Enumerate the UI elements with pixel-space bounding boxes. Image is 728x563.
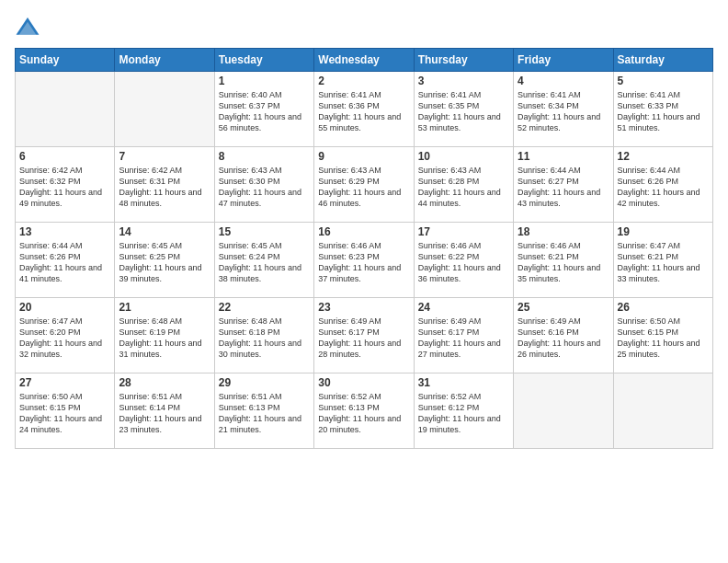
calendar-cell — [613, 373, 712, 449]
day-number: 26 — [618, 301, 709, 314]
calendar-cell: 31Sunrise: 6:52 AM Sunset: 6:12 PM Dayli… — [414, 373, 513, 449]
day-info: Sunrise: 6:41 AM Sunset: 6:35 PM Dayligh… — [418, 89, 509, 134]
calendar-cell: 6Sunrise: 6:42 AM Sunset: 6:32 PM Daylig… — [16, 147, 115, 223]
day-number: 14 — [119, 225, 210, 238]
day-number: 6 — [19, 150, 110, 163]
calendar-cell: 14Sunrise: 6:45 AM Sunset: 6:25 PM Dayli… — [115, 223, 214, 298]
day-header-saturday: Saturday — [613, 49, 712, 72]
day-info: Sunrise: 6:47 AM Sunset: 6:20 PM Dayligh… — [19, 316, 110, 361]
calendar-cell: 7Sunrise: 6:42 AM Sunset: 6:31 PM Daylig… — [115, 147, 214, 223]
day-number: 23 — [318, 301, 409, 314]
calendar-cell: 28Sunrise: 6:51 AM Sunset: 6:14 PM Dayli… — [115, 373, 214, 449]
calendar-cell — [514, 373, 613, 449]
day-number: 10 — [418, 150, 509, 163]
calendar-cell: 29Sunrise: 6:51 AM Sunset: 6:13 PM Dayli… — [214, 373, 313, 449]
calendar-cell: 9Sunrise: 6:43 AM Sunset: 6:29 PM Daylig… — [314, 147, 414, 223]
day-info: Sunrise: 6:43 AM Sunset: 6:28 PM Dayligh… — [418, 165, 509, 210]
day-number: 15 — [219, 225, 310, 238]
calendar-cell: 1Sunrise: 6:40 AM Sunset: 6:37 PM Daylig… — [214, 72, 313, 147]
calendar-cell: 2Sunrise: 6:41 AM Sunset: 6:36 PM Daylig… — [314, 72, 414, 147]
day-header-wednesday: Wednesday — [314, 49, 414, 72]
calendar-cell — [115, 72, 214, 147]
day-number: 1 — [219, 75, 310, 87]
day-info: Sunrise: 6:40 AM Sunset: 6:37 PM Dayligh… — [219, 89, 310, 134]
day-number: 9 — [318, 150, 409, 163]
calendar-week-row: 6Sunrise: 6:42 AM Sunset: 6:32 PM Daylig… — [16, 147, 713, 223]
page-header — [15, 15, 713, 40]
calendar-cell: 19Sunrise: 6:47 AM Sunset: 6:21 PM Dayli… — [613, 223, 712, 298]
logo — [15, 15, 44, 40]
day-info: Sunrise: 6:41 AM Sunset: 6:33 PM Dayligh… — [618, 89, 709, 134]
day-number: 20 — [19, 301, 110, 314]
calendar-week-row: 1Sunrise: 6:40 AM Sunset: 6:37 PM Daylig… — [16, 72, 713, 147]
day-info: Sunrise: 6:50 AM Sunset: 6:15 PM Dayligh… — [618, 316, 709, 361]
day-info: Sunrise: 6:44 AM Sunset: 6:27 PM Dayligh… — [518, 165, 609, 210]
day-info: Sunrise: 6:45 AM Sunset: 6:24 PM Dayligh… — [219, 240, 310, 285]
day-info: Sunrise: 6:43 AM Sunset: 6:30 PM Dayligh… — [219, 165, 310, 210]
calendar-cell: 25Sunrise: 6:49 AM Sunset: 6:16 PM Dayli… — [514, 298, 613, 373]
calendar-table: SundayMondayTuesdayWednesdayThursdayFrid… — [15, 48, 713, 449]
day-info: Sunrise: 6:43 AM Sunset: 6:29 PM Dayligh… — [318, 165, 409, 210]
calendar-cell: 8Sunrise: 6:43 AM Sunset: 6:30 PM Daylig… — [214, 147, 313, 223]
day-info: Sunrise: 6:46 AM Sunset: 6:21 PM Dayligh… — [518, 240, 609, 285]
day-number: 3 — [418, 75, 509, 87]
calendar-header-row: SundayMondayTuesdayWednesdayThursdayFrid… — [16, 49, 713, 72]
calendar-cell: 26Sunrise: 6:50 AM Sunset: 6:15 PM Dayli… — [613, 298, 712, 373]
calendar-week-row: 20Sunrise: 6:47 AM Sunset: 6:20 PM Dayli… — [16, 298, 713, 373]
day-number: 19 — [618, 225, 709, 238]
calendar-body: 1Sunrise: 6:40 AM Sunset: 6:37 PM Daylig… — [16, 72, 713, 449]
day-info: Sunrise: 6:49 AM Sunset: 6:16 PM Dayligh… — [518, 316, 609, 361]
day-info: Sunrise: 6:46 AM Sunset: 6:22 PM Dayligh… — [418, 240, 509, 285]
day-info: Sunrise: 6:51 AM Sunset: 6:14 PM Dayligh… — [119, 391, 210, 436]
day-number: 11 — [518, 150, 609, 163]
day-info: Sunrise: 6:42 AM Sunset: 6:31 PM Dayligh… — [119, 165, 210, 210]
calendar-cell: 16Sunrise: 6:46 AM Sunset: 6:23 PM Dayli… — [314, 223, 414, 298]
day-number: 4 — [518, 75, 609, 87]
calendar-cell: 23Sunrise: 6:49 AM Sunset: 6:17 PM Dayli… — [314, 298, 414, 373]
day-number: 12 — [618, 150, 709, 163]
day-number: 18 — [518, 225, 609, 238]
day-number: 21 — [119, 301, 210, 314]
day-number: 27 — [19, 376, 110, 389]
day-info: Sunrise: 6:52 AM Sunset: 6:12 PM Dayligh… — [418, 391, 509, 436]
day-info: Sunrise: 6:47 AM Sunset: 6:21 PM Dayligh… — [618, 240, 709, 285]
calendar-cell: 11Sunrise: 6:44 AM Sunset: 6:27 PM Dayli… — [514, 147, 613, 223]
calendar-cell — [16, 72, 115, 147]
day-header-monday: Monday — [115, 49, 214, 72]
calendar-week-row: 27Sunrise: 6:50 AM Sunset: 6:15 PM Dayli… — [16, 373, 713, 449]
day-header-tuesday: Tuesday — [214, 49, 313, 72]
calendar-cell: 10Sunrise: 6:43 AM Sunset: 6:28 PM Dayli… — [414, 147, 513, 223]
day-info: Sunrise: 6:52 AM Sunset: 6:13 PM Dayligh… — [318, 391, 409, 436]
calendar-cell: 24Sunrise: 6:49 AM Sunset: 6:17 PM Dayli… — [414, 298, 513, 373]
day-info: Sunrise: 6:45 AM Sunset: 6:25 PM Dayligh… — [119, 240, 210, 285]
day-number: 2 — [318, 75, 409, 87]
logo-icon — [15, 15, 40, 40]
calendar-cell: 5Sunrise: 6:41 AM Sunset: 6:33 PM Daylig… — [613, 72, 712, 147]
day-number: 16 — [318, 225, 409, 238]
day-number: 24 — [418, 301, 509, 314]
day-info: Sunrise: 6:48 AM Sunset: 6:18 PM Dayligh… — [219, 316, 310, 361]
day-header-sunday: Sunday — [16, 49, 115, 72]
day-info: Sunrise: 6:44 AM Sunset: 6:26 PM Dayligh… — [618, 165, 709, 210]
calendar-week-row: 13Sunrise: 6:44 AM Sunset: 6:26 PM Dayli… — [16, 223, 713, 298]
calendar-cell: 12Sunrise: 6:44 AM Sunset: 6:26 PM Dayli… — [613, 147, 712, 223]
day-number: 31 — [418, 376, 509, 389]
calendar-cell: 17Sunrise: 6:46 AM Sunset: 6:22 PM Dayli… — [414, 223, 513, 298]
day-number: 28 — [119, 376, 210, 389]
calendar-cell: 30Sunrise: 6:52 AM Sunset: 6:13 PM Dayli… — [314, 373, 414, 449]
day-number: 13 — [19, 225, 110, 238]
calendar-cell: 3Sunrise: 6:41 AM Sunset: 6:35 PM Daylig… — [414, 72, 513, 147]
day-header-thursday: Thursday — [414, 49, 513, 72]
calendar-cell: 20Sunrise: 6:47 AM Sunset: 6:20 PM Dayli… — [16, 298, 115, 373]
day-info: Sunrise: 6:50 AM Sunset: 6:15 PM Dayligh… — [19, 391, 110, 436]
day-number: 30 — [318, 376, 409, 389]
day-info: Sunrise: 6:41 AM Sunset: 6:34 PM Dayligh… — [518, 89, 609, 134]
calendar-cell: 21Sunrise: 6:48 AM Sunset: 6:19 PM Dayli… — [115, 298, 214, 373]
day-info: Sunrise: 6:44 AM Sunset: 6:26 PM Dayligh… — [19, 240, 110, 285]
day-number: 7 — [119, 150, 210, 163]
calendar-cell: 4Sunrise: 6:41 AM Sunset: 6:34 PM Daylig… — [514, 72, 613, 147]
day-number: 22 — [219, 301, 310, 314]
day-number: 5 — [618, 75, 709, 87]
day-number: 25 — [518, 301, 609, 314]
day-info: Sunrise: 6:41 AM Sunset: 6:36 PM Dayligh… — [318, 89, 409, 134]
